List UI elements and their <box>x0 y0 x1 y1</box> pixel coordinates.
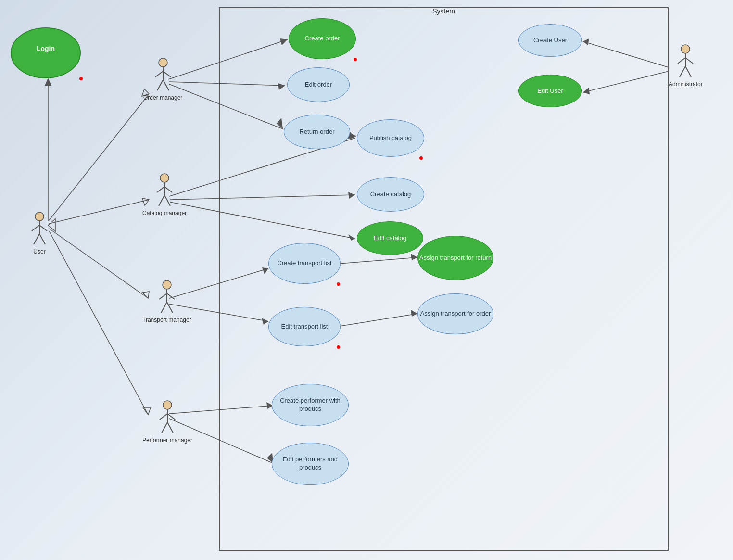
usecase-create-performer[interactable]: Create performer with producs <box>272 384 349 426</box>
svg-line-71 <box>162 422 167 433</box>
diagram-container: System Login <box>0 0 733 560</box>
svg-line-76 <box>685 58 693 64</box>
svg-line-72 <box>167 422 173 433</box>
svg-point-67 <box>163 401 172 409</box>
svg-line-45 <box>32 225 39 231</box>
usecase-edit-performer[interactable]: Edit performers and producs <box>272 443 349 485</box>
svg-line-51 <box>155 71 163 77</box>
red-dot-publish-catalog <box>419 156 423 160</box>
usecase-create-catalog[interactable]: Create catalog <box>357 177 424 212</box>
svg-marker-3 <box>45 78 51 86</box>
svg-line-48 <box>39 234 45 244</box>
svg-line-10 <box>49 231 148 415</box>
actor-catalog-manager: Catalog manager <box>142 173 187 216</box>
actor-user: User <box>29 212 50 255</box>
usecase-return-order[interactable]: Return order <box>284 115 350 149</box>
svg-line-60 <box>164 195 170 206</box>
system-label: System <box>429 7 459 15</box>
svg-point-55 <box>160 174 169 182</box>
svg-line-8 <box>49 229 148 298</box>
svg-line-75 <box>678 58 685 64</box>
svg-line-6 <box>49 200 149 224</box>
svg-line-54 <box>163 80 169 90</box>
svg-line-78 <box>685 66 691 77</box>
svg-line-66 <box>167 302 173 313</box>
svg-line-57 <box>157 187 164 192</box>
svg-line-70 <box>167 414 175 420</box>
usecase-edit-user[interactable]: Edit User <box>518 75 582 107</box>
red-dot-edit-transport <box>337 345 340 349</box>
svg-line-64 <box>167 293 175 299</box>
svg-line-47 <box>34 234 39 244</box>
usecase-create-user[interactable]: Create User <box>518 24 582 57</box>
usecase-edit-transport[interactable]: Edit transport list <box>268 307 341 346</box>
red-dot-login <box>79 77 83 80</box>
actor-transport-manager-label: Transport manager <box>142 317 191 323</box>
svg-point-43 <box>35 212 44 221</box>
usecase-publish-catalog[interactable]: Publish catalog <box>357 119 424 157</box>
svg-point-73 <box>681 45 690 53</box>
actor-catalog-manager-label: Catalog manager <box>142 210 187 216</box>
actor-performer-manager: Performer manager <box>142 400 192 444</box>
actor-performer-manager-label: Performer manager <box>142 437 192 444</box>
svg-line-59 <box>159 195 164 206</box>
svg-point-49 <box>159 58 167 67</box>
svg-text:Login: Login <box>37 45 55 52</box>
svg-line-77 <box>680 66 685 77</box>
svg-line-52 <box>163 71 171 77</box>
usecase-assign-order[interactable]: Assign transport for order <box>417 293 493 334</box>
svg-point-61 <box>163 280 171 289</box>
svg-line-4 <box>49 94 149 220</box>
usecase-edit-catalog[interactable]: Edit catalog <box>357 221 423 255</box>
usecase-create-transport[interactable]: Create transport list <box>268 243 341 284</box>
actor-transport-manager: Transport manager <box>142 280 191 323</box>
svg-line-69 <box>160 414 167 420</box>
usecase-edit-order[interactable]: Edit order <box>287 67 350 102</box>
svg-line-65 <box>161 302 167 313</box>
svg-line-58 <box>164 187 172 192</box>
actor-order-manager-label: Order manager <box>143 94 182 101</box>
usecase-assign-return[interactable]: Assign transport for return <box>417 236 493 280</box>
actor-order-manager: Order manager <box>143 58 182 101</box>
svg-point-0 <box>11 28 80 78</box>
usecase-create-order[interactable]: Create order <box>289 18 356 59</box>
svg-line-53 <box>157 80 163 90</box>
svg-line-46 <box>39 225 47 231</box>
svg-line-63 <box>159 293 167 299</box>
red-dot-create-transport <box>337 282 340 286</box>
actor-user-label: User <box>33 248 45 255</box>
red-dot-create-order <box>354 58 357 61</box>
actor-administrator-label: Administrator <box>669 81 703 88</box>
actor-administrator: Administrator <box>669 44 703 88</box>
